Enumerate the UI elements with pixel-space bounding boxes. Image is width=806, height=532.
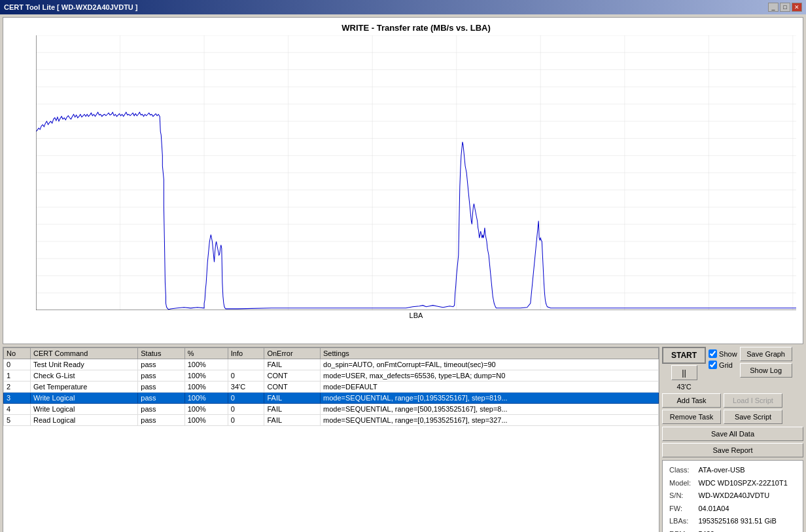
col-command: CERT Command [31, 348, 138, 359]
table-row[interactable]: 0Test Unit Readypass100%FAILdo_spin=AUTO… [4, 359, 659, 370]
remove-task-button[interactable]: Remove Task [662, 410, 721, 424]
minimize-button[interactable]: _ [768, 3, 779, 12]
title-bar: CERT Tool Lite [ WD-WXD2A40JVDTU ] _ □ ✕ [0, 0, 806, 14]
info-row-class: Class: ATA-over-USB [668, 465, 797, 476]
show-log-button[interactable]: Show Log [740, 363, 792, 378]
table-section: No CERT Command Status % Info OnError Se… [3, 347, 659, 532]
sn-label: S/N: [668, 490, 696, 502]
col-pct: % [184, 348, 228, 359]
model-label: Model: [668, 478, 696, 489]
table-row[interactable]: 5Read Logicalpass100%0FAILmode=SEQUENTIA… [4, 415, 659, 426]
save-log-panel: Save Graph Show Log [740, 347, 792, 378]
info-row-fw: FW: 04.01A04 [668, 503, 797, 515]
chart-svg: 0 10 21 31 42 52 63 73 83 94 104 115 125… [36, 35, 796, 310]
lbas-value: 1953525168 931.51 GiB [697, 516, 798, 527]
info-row-sn: S/N: WD-WXD2A40JVDTU [668, 490, 797, 502]
start-panel: START || 43'C [662, 347, 706, 391]
class-value: ATA-over-USB [697, 465, 798, 476]
rpm-value: 5400 [697, 529, 798, 532]
device-info-table: Class: ATA-over-USB Model: WDC WD10SPZX-… [667, 463, 799, 532]
fw-label: FW: [668, 503, 696, 515]
window-controls[interactable]: _ □ ✕ [768, 3, 802, 12]
table-row[interactable]: 3Write Logicalpass100%0FAILmode=SEQUENTI… [4, 393, 659, 404]
table-row[interactable]: 2Get Temperaturepass100%34'CCONTmode=DEF… [4, 381, 659, 393]
show-checkbox[interactable] [709, 349, 717, 358]
grid-checkbox-row: Grid [709, 361, 737, 369]
table-row[interactable]: 4Write Logicalpass100%0FAILmode=SEQUENTI… [4, 404, 659, 415]
col-onerror: OnError [264, 348, 321, 359]
class-label: Class: [668, 465, 696, 476]
add-task-button[interactable]: Add Task [662, 393, 721, 408]
sn-value: WD-WXD2A40JVDTU [697, 490, 798, 502]
col-info: Info [228, 348, 264, 359]
col-no: No [4, 348, 31, 359]
info-row-rpm: RPM: 5400 [668, 529, 797, 532]
show-label: Show [719, 350, 737, 358]
rpm-label: RPM: [668, 529, 696, 532]
bottom-section: No CERT Command Status % Info OnError Se… [0, 347, 806, 532]
close-button[interactable]: ✕ [792, 3, 802, 12]
col-status: Status [138, 348, 184, 359]
col-settings: Settings [321, 348, 659, 359]
table-scroll-area[interactable]: No CERT Command Status % Info OnError Se… [3, 347, 659, 532]
right-controls-top: START || 43'C Show Grid Save Graph [662, 347, 803, 391]
maximize-button[interactable]: □ [780, 3, 790, 12]
save-graph-button[interactable]: Save Graph [740, 347, 792, 361]
right-panel: START || 43'C Show Grid Save Graph [659, 347, 803, 532]
grid-label: Grid [719, 361, 733, 369]
save-report-button[interactable]: Save Report [662, 443, 803, 457]
show-checkbox-row: Show [709, 349, 737, 358]
main-container: WRITE - Transfer rate (MB/s vs. LBA) [0, 14, 806, 532]
device-info-box: Class: ATA-over-USB Model: WDC WD10SPZX-… [662, 460, 803, 532]
save-all-data-button[interactable]: Save All Data [662, 427, 803, 441]
task-buttons-row: Add Task Remove Task Load I Script Save … [662, 393, 803, 424]
model-value: WDC WD10SPZX-22Z10T1 [697, 478, 798, 489]
info-row-lbas: LBAs: 1953525168 931.51 GiB [668, 516, 797, 527]
show-grid-panel: Show Grid [709, 347, 737, 369]
chart-xlabel: LBA [36, 311, 796, 319]
load-script-button[interactable]: Load I Script [724, 393, 782, 408]
window-title: CERT Tool Lite [ WD-WXD2A40JVDTU ] [4, 3, 138, 11]
pause-button[interactable]: || [671, 365, 697, 380]
chart-canvas: 0 10 21 31 42 52 63 73 83 94 104 115 125… [36, 35, 796, 310]
save-script-button[interactable]: Save Script [724, 410, 782, 424]
table-row[interactable]: 1Check G-Listpass100%0CONTmode=USER, max… [4, 370, 659, 381]
grid-checkbox[interactable] [709, 361, 717, 369]
start-button[interactable]: START [662, 347, 706, 364]
fw-value: 04.01A04 [697, 503, 798, 515]
chart-area: WRITE - Transfer rate (MB/s vs. LBA) [3, 17, 803, 344]
task-table: No CERT Command Status % Info OnError Se… [3, 347, 659, 426]
chart-title: WRITE - Transfer rate (MB/s vs. LBA) [36, 23, 796, 33]
info-row-model: Model: WDC WD10SPZX-22Z10T1 [668, 478, 797, 489]
temp-reading: 43'C [676, 383, 691, 391]
lbas-label: LBAs: [668, 516, 696, 527]
